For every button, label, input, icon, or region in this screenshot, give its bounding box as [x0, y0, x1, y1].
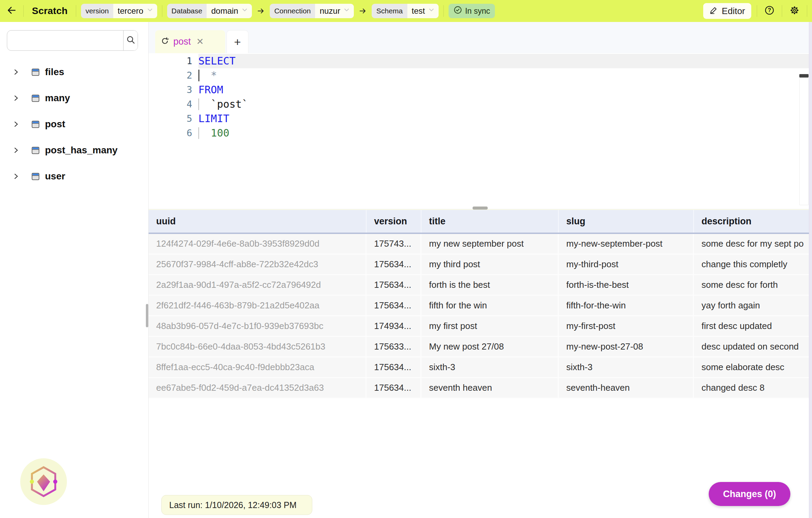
cell-title[interactable]: sixth-3	[421, 357, 559, 377]
editor-line[interactable]: 1 SELECT	[149, 54, 812, 68]
panel-resize-handle[interactable]	[473, 207, 488, 210]
table-search	[7, 30, 138, 51]
editor-line[interactable]: 4 `post`	[149, 97, 812, 111]
help-icon: ?	[764, 5, 775, 17]
chevron-right-icon[interactable]	[12, 120, 20, 128]
cell-slug[interactable]: seventh-heaven	[559, 378, 694, 398]
search-input[interactable]	[7, 31, 123, 50]
cell-uuid[interactable]: 48ab3b96-057d-4e7c-b1f0-939eb37693bc	[149, 316, 367, 336]
search-button[interactable]	[123, 31, 138, 50]
cell-slug[interactable]: my-new-post-27-08	[559, 337, 694, 356]
cell-version[interactable]: 175634...	[367, 378, 421, 398]
column-header-uuid[interactable]: uuid	[149, 210, 367, 233]
sidebar-item-many[interactable]: many	[0, 85, 148, 111]
cell-version[interactable]: 175634...	[367, 255, 421, 274]
sidebar-item-files[interactable]: files	[0, 59, 148, 85]
cell-version[interactable]: 175743...	[367, 234, 421, 254]
chevron-right-icon[interactable]	[12, 94, 20, 102]
chevron-right-icon[interactable]	[12, 173, 20, 180]
cell-title[interactable]: seventh heaven	[421, 378, 559, 398]
cell-slug[interactable]: my-third-post	[559, 255, 694, 274]
cell-title[interactable]: my third post	[421, 255, 559, 274]
connection-select[interactable]: Connection nuzur	[270, 4, 354, 18]
editor-line[interactable]: 6 100	[149, 126, 812, 140]
settings-button[interactable]	[788, 4, 801, 18]
table-row[interactable]: 25670f37-9984-4cff-ab8e-722b32e42dc3 175…	[149, 255, 812, 275]
cell-version[interactable]: 175633...	[367, 337, 421, 356]
cell-uuid[interactable]: ee67abe5-f0d2-459d-a7ea-dc41352d3a63	[149, 378, 367, 398]
sidebar-item-post[interactable]: post	[0, 111, 148, 137]
column-header-title[interactable]: title	[421, 210, 559, 233]
help-button[interactable]: ?	[763, 4, 776, 18]
chevron-right-icon[interactable]	[12, 68, 20, 76]
cell-description[interactable]: desc updated on second	[694, 337, 812, 356]
cell-uuid[interactable]: 7bc0c84b-66e0-4daa-8053-4bd43c5261b3	[149, 337, 367, 356]
cell-description[interactable]: change this completly	[694, 255, 812, 274]
top-bar: Scratch version tercero Database domain	[0, 0, 812, 22]
cell-slug[interactable]: forth-is-the-best	[559, 275, 694, 295]
cell-description[interactable]: some elaborate desc	[694, 357, 812, 377]
new-tab-button[interactable]: +	[227, 30, 248, 53]
cell-slug[interactable]: my-first-post	[559, 316, 694, 336]
cell-description[interactable]: some desc for my sept po	[694, 234, 812, 254]
cell-uuid[interactable]: 2a29f1aa-90d1-497a-a5f2-cc72a796492d	[149, 275, 367, 295]
tab-post[interactable]: post ✕	[155, 30, 225, 53]
column-header-slug[interactable]: slug	[559, 210, 694, 233]
table-row[interactable]: 2a29f1aa-90d1-497a-a5f2-cc72a796492d 175…	[149, 275, 812, 296]
cell-slug[interactable]: fifth-for-the-win	[559, 296, 694, 315]
sql-wildcard: *	[198, 69, 217, 81]
editor-scrollbar-thumb[interactable]	[799, 74, 809, 78]
sidebar-item-user[interactable]: user	[0, 163, 148, 189]
changes-button[interactable]: Changes (0)	[709, 482, 790, 506]
version-label: version	[81, 4, 113, 18]
cell-uuid[interactable]: 25670f37-9984-4cff-ab8e-722b32e42dc3	[149, 255, 367, 274]
table-row[interactable]: 2f621df2-f446-463b-879b-21a2d5e402aa 175…	[149, 296, 812, 316]
table-row[interactable]: ee67abe5-f0d2-459d-a7ea-dc41352d3a63 175…	[149, 378, 812, 399]
sql-editor[interactable]: 1 SELECT 2 * 3 FROM 4 `post` 5 LIMIT 6	[149, 53, 812, 209]
schema-select[interactable]: Schema test	[372, 4, 439, 18]
cell-title[interactable]: my new september post	[421, 234, 559, 254]
version-select[interactable]: version tercero	[81, 4, 157, 18]
database-select[interactable]: Database domain	[167, 4, 252, 18]
table-row[interactable]: 124f4274-029f-4e6e-8a0b-3953f8929d0d 175…	[149, 234, 812, 255]
cell-version[interactable]: 175634...	[367, 296, 421, 315]
column-header-description[interactable]: description	[694, 210, 812, 233]
table-row[interactable]: 8ffef1aa-ecc5-40ca-9c40-f9debbb23aca 175…	[149, 357, 812, 378]
cell-title[interactable]: my first post	[421, 316, 559, 336]
table-row[interactable]: 48ab3b96-057d-4e7c-b1f0-939eb37693bc 174…	[149, 316, 812, 337]
indent-guide	[198, 127, 199, 139]
cell-version[interactable]: 175634...	[367, 275, 421, 295]
refresh-icon[interactable]	[161, 37, 169, 47]
sidebar-item-post-has-many[interactable]: post_has_many	[0, 137, 148, 163]
cell-uuid[interactable]: 8ffef1aa-ecc5-40ca-9c40-f9debbb23aca	[149, 357, 367, 377]
cell-title[interactable]: My new post 27/08	[421, 337, 559, 356]
editor-scrollbar-track[interactable]	[799, 78, 809, 205]
search-icon	[126, 35, 136, 46]
editor-line[interactable]: 3 FROM	[149, 83, 812, 97]
results-scrollbar-thumb[interactable]	[146, 304, 148, 327]
cell-title[interactable]: forth is the best	[421, 275, 559, 295]
close-tab-icon[interactable]: ✕	[196, 36, 204, 47]
cell-title[interactable]: fifth for the win	[421, 296, 559, 315]
cell-description[interactable]: first desc updated	[694, 316, 812, 336]
cell-slug[interactable]: my-new-september-post	[559, 234, 694, 254]
cell-description[interactable]: changed desc 8	[694, 378, 812, 398]
cell-description[interactable]: yay forth again	[694, 296, 812, 315]
chevron-right-icon[interactable]	[12, 146, 20, 154]
cell-uuid[interactable]: 2f621df2-f446-463b-879b-21a2d5e402aa	[149, 296, 367, 315]
app-title: Scratch	[28, 5, 71, 16]
cell-uuid[interactable]: 124f4274-029f-4e6e-8a0b-3953f8929d0d	[149, 234, 367, 254]
column-header-version[interactable]: version	[367, 210, 421, 233]
page-scrollbar[interactable]	[809, 22, 812, 518]
table-row[interactable]: 7bc0c84b-66e0-4daa-8053-4bd43c5261b3 175…	[149, 337, 812, 357]
cell-version[interactable]: 175634...	[367, 357, 421, 377]
app-logo[interactable]	[20, 458, 67, 505]
editor-line[interactable]: 5 LIMIT	[149, 111, 812, 126]
cell-version[interactable]: 174934...	[367, 316, 421, 336]
cell-description[interactable]: some desc for forth	[694, 275, 812, 295]
back-button[interactable]	[5, 4, 19, 18]
editor-line[interactable]: 2 *	[149, 68, 812, 83]
editor-button[interactable]: Editor	[703, 3, 751, 19]
table-label: user	[45, 171, 65, 182]
cell-slug[interactable]: sixth-3	[559, 357, 694, 377]
